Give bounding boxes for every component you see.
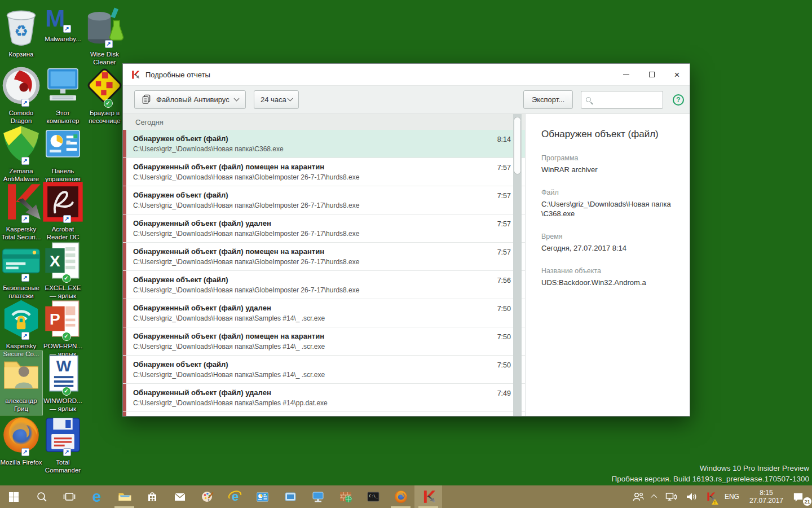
desktop-icon-excel-shortcut[interactable]: X ✓ EXCEL.EXE — ярлык xyxy=(42,238,84,302)
tray-network-button[interactable] xyxy=(661,485,681,508)
desktop-icon-kaspersky-total-security[interactable]: ↗ Kaspersky Total Securi... xyxy=(0,179,42,243)
maximize-button[interactable] xyxy=(639,64,664,85)
event-row[interactable]: Обнаруженный объект (файл) удален C:\Use… xyxy=(123,384,525,412)
event-title: Обнаружен объект (файл) xyxy=(133,134,471,143)
icon-label: WINWORD... — ярлык xyxy=(42,397,84,413)
event-path: C:\Users\griz_\Downloads\Новая папка\Glo… xyxy=(133,258,471,266)
minimize-button[interactable] xyxy=(614,64,639,85)
task-view-button[interactable] xyxy=(55,485,83,508)
event-title: Обнаружен объект (файл) xyxy=(133,275,471,284)
event-row[interactable]: Обнаружен объект (файл) C:\Users\griz_\D… xyxy=(123,130,525,158)
component-filter-dropdown[interactable]: Файловый Антивирус xyxy=(134,90,246,109)
mail-icon xyxy=(174,491,186,503)
watermark-line2: Пробная версия. Build 16193.rs_prereleas… xyxy=(611,474,809,484)
action-center-button[interactable]: 21 xyxy=(788,485,812,508)
desktop-icon-total-commander[interactable]: ↗ Total Commander xyxy=(42,413,84,476)
desktop-icon-user-folder[interactable]: александр Гриц xyxy=(0,351,42,415)
zemana-icon: ↗ xyxy=(0,122,42,165)
this-pc-icon xyxy=(42,64,84,107)
component-filter-value: Файловый Антивирус xyxy=(156,95,230,104)
desktop-icon-acrobat-reader[interactable]: ↗ Acrobat Reader DC xyxy=(42,179,84,243)
taskbar-firewall-button[interactable] xyxy=(332,485,359,508)
icon-label: Корзина xyxy=(0,50,42,58)
desktop-icon-recycle-bin[interactable]: ♻ Корзина xyxy=(0,5,42,60)
event-path: C:\Users\griz_\Downloads\Новая папка\Sam… xyxy=(133,343,471,351)
window-controls: × xyxy=(614,64,690,85)
help-button[interactable]: ? xyxy=(673,94,684,106)
shortcut-arrow-icon: ↗ xyxy=(63,25,71,33)
tray-show-hidden-icons-button[interactable] xyxy=(648,485,661,508)
desktop-icon-malwarebytes[interactable]: M ↗ Malwareby... xyxy=(42,5,84,45)
export-button[interactable]: Экспорт... xyxy=(523,90,573,109)
taskbar-file-explorer-button[interactable] xyxy=(111,485,138,508)
event-row[interactable]: Обнаружен объект (файл) C:\Users\griz_\D… xyxy=(123,356,525,384)
taskbar-mail-button[interactable] xyxy=(166,485,193,508)
details-field-value: Сегодня, 27.07.2017 8:14 xyxy=(541,243,676,253)
search-input[interactable] xyxy=(595,95,658,104)
desktop-icon-control-panel[interactable]: Панель управления xyxy=(42,121,84,185)
taskbar-app-window-button[interactable] xyxy=(276,485,304,508)
desktop-icon-word-shortcut[interactable]: W ✓ WINWORD... — ярлык xyxy=(42,351,84,415)
task-view-icon xyxy=(63,491,76,502)
close-button[interactable]: × xyxy=(664,64,690,85)
taskbar-firefox-button[interactable] xyxy=(387,485,414,508)
event-path: C:\Users\griz_\Downloads\Новая папка\Glo… xyxy=(133,286,471,294)
svg-text:X: X xyxy=(50,252,60,270)
event-title: Обнаружен объект (файл) xyxy=(133,360,471,369)
event-time: 7:56 xyxy=(497,277,511,284)
taskbar-control-panel-button[interactable] xyxy=(249,485,276,508)
desktop-icon-safe-money[interactable]: ↗ Безопасные платежи xyxy=(0,238,42,302)
event-title: Обнаружен объект (файл) xyxy=(133,191,471,199)
search-box[interactable] xyxy=(581,91,663,109)
taskbar-search-button[interactable] xyxy=(28,485,55,508)
tray-people-button[interactable] xyxy=(628,485,648,508)
taskbar: e e C:\_ xyxy=(0,485,812,508)
taskbar-this-pc-button[interactable] xyxy=(304,485,332,508)
event-row[interactable]: Обнаружен объект (файл) C:\Users\griz_\D… xyxy=(123,271,525,299)
event-title: Обнаруженный объект (файл) удален xyxy=(133,219,471,227)
taskbar-store-button[interactable] xyxy=(138,485,166,508)
desktop-icon-zemana[interactable]: ↗ Zemana AntiMalware xyxy=(0,121,42,185)
taskbar-kaspersky-button[interactable] xyxy=(414,485,442,508)
details-field-label: Название объекта xyxy=(541,267,676,275)
taskbar-internet-explorer-button[interactable]: e xyxy=(221,485,249,508)
wise-disk-cleaner-icon: ↗ xyxy=(83,6,126,48)
event-row[interactable]: Обнаружен объект (файл) C:\Users\griz_\D… xyxy=(123,186,525,214)
tray-time: 8:15 xyxy=(749,489,783,497)
check-badge-icon: ✓ xyxy=(62,274,71,283)
taskbar-paint-button[interactable] xyxy=(193,485,221,508)
event-row[interactable]: Обнаруженный объект (файл) помещен на ка… xyxy=(123,327,525,356)
desktop-icon-this-pc[interactable]: Этот компьютер xyxy=(42,63,84,127)
event-title: Обнаруженный объект (файл) удален xyxy=(133,304,471,312)
language-indicator[interactable]: ENG xyxy=(720,493,744,501)
store-icon xyxy=(146,491,158,503)
window-titlebar[interactable]: Подробные отчеты × xyxy=(123,64,690,85)
period-filter-dropdown[interactable]: 24 часа xyxy=(254,90,299,109)
desktop-icon-wise-disk-cleaner[interactable]: ↗ Wise Disk Cleaner xyxy=(83,5,126,68)
event-row[interactable]: Обнаруженный объект (файл) удален C:\Use… xyxy=(123,214,525,243)
event-row[interactable]: Обнаруженный объект (файл) удален C:\Use… xyxy=(123,299,525,327)
comodo-dragon-icon: ↗ xyxy=(0,64,42,107)
tray-clock[interactable]: 8:15 27.07.2017 xyxy=(744,489,788,505)
taskbar-edge-button[interactable]: e xyxy=(83,485,111,508)
volume-icon xyxy=(685,491,698,503)
event-row-partial[interactable] xyxy=(123,412,525,416)
kaspersky-icon: ↗ xyxy=(0,181,42,223)
start-button[interactable] xyxy=(0,485,28,508)
desktop-icon-firefox[interactable]: ↗ Mozilla Firefox xyxy=(0,413,42,468)
event-row[interactable]: Обнаруженный объект (файл) помещен на ка… xyxy=(123,158,525,186)
desktop-icon-comodo-dragon[interactable]: ↗ Comodo Dragon xyxy=(0,63,42,127)
shortcut-arrow-icon: ↗ xyxy=(21,332,29,340)
chevron-down-icon xyxy=(234,96,240,102)
desktop-icon-sandbox-browser[interactable]: ✓ Браузер в песочнице xyxy=(83,63,126,127)
event-row[interactable]: Обнаруженный объект (файл) помещен на ка… xyxy=(123,243,525,271)
windows-logo-icon xyxy=(8,492,19,502)
details-field-label: Программа xyxy=(541,154,676,162)
scrollbar-thumb[interactable] xyxy=(514,117,521,174)
tray-kaspersky-button[interactable]: ! xyxy=(701,485,720,508)
tray-volume-button[interactable] xyxy=(681,485,701,508)
group-header: Сегодня xyxy=(123,114,525,130)
reports-window: Подробные отчеты × Файловый Антивирус 24… xyxy=(122,63,690,417)
taskbar-command-prompt-button[interactable]: C:\_ xyxy=(359,485,387,508)
safe-money-icon: ↗ xyxy=(0,239,42,282)
